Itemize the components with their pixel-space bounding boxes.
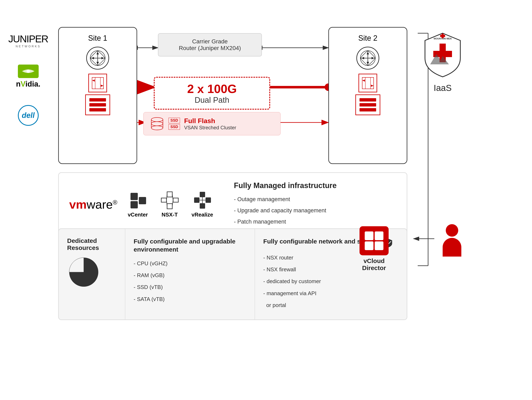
switch-symbol	[91, 76, 105, 90]
vrealize-label: vRealize	[191, 211, 213, 218]
env-item-ssd: - SSD (vTB)	[134, 281, 246, 293]
managed-item-3: - Patch management	[234, 216, 396, 227]
nvidia-text: nVidia.	[16, 80, 40, 88]
configurable-env-title: Fully configurable and upgradable enviro…	[134, 237, 246, 253]
svg-rect-55	[167, 192, 172, 197]
svg-rect-64	[194, 197, 200, 203]
managed-item-2: - Upgrade and capacity management	[234, 205, 396, 216]
vcloud-label-line2: Director	[362, 265, 386, 271]
svg-point-47	[151, 122, 163, 126]
full-flash-box: SSD SSD Full Flash VSAN Streched Cluster	[143, 112, 280, 135]
vmware-logo: vmware®	[69, 197, 117, 211]
vcenter-icon	[128, 191, 147, 209]
juniper-logo: JUNIPER NETWORKS	[8, 33, 48, 48]
managed-list: - Outage management - Upgrade and capaci…	[234, 194, 396, 227]
svg-rect-65	[206, 197, 211, 203]
net-item-portal: or portal	[263, 299, 398, 311]
site2-server-icon	[355, 94, 380, 115]
svg-rect-57	[173, 198, 178, 202]
managed-info: Fully Managed infrastructure - Outage ma…	[234, 181, 396, 227]
svg-marker-28	[101, 57, 104, 59]
site2-switch-symbol	[361, 76, 375, 90]
site2-box: Site 2	[328, 27, 407, 164]
svg-rect-53	[139, 197, 146, 204]
dual-path-box: 2 x 100G Dual Path	[154, 77, 270, 110]
site2-switch-icon	[359, 74, 377, 92]
pie-chart	[67, 256, 100, 289]
configurable-env-list: - CPU (vGHZ) - RAM (vGB) - SSD (vTB) - S…	[134, 258, 246, 305]
svg-rect-56	[167, 204, 172, 209]
database-icon	[150, 117, 164, 131]
configurable-env-panel: Fully configurable and upgradable enviro…	[125, 229, 255, 320]
site1-server-icon	[85, 94, 110, 115]
svg-marker-40	[372, 57, 374, 59]
net-item-management: - management via API	[263, 288, 398, 299]
vcenter-tool: vCenter	[128, 191, 148, 218]
svg-marker-33	[101, 85, 103, 87]
svg-line-59	[166, 200, 167, 206]
svg-rect-51	[131, 193, 138, 200]
vmware-section: vmware® vCenter	[58, 172, 407, 236]
vsan-sublabel: VSAN Streched Cluster	[184, 125, 236, 130]
ssd1-label: SSD	[169, 118, 180, 123]
net-item-dedicated: - dedicated by customer	[263, 276, 398, 287]
svg-marker-37	[367, 52, 369, 54]
svg-rect-70	[375, 231, 383, 240]
carrier-router-box: Carrier Grade Router (Juniper MX204)	[158, 33, 262, 56]
vsan-icon	[150, 117, 164, 131]
dell-logo: dell	[18, 105, 39, 126]
svg-marker-32	[92, 80, 95, 82]
vcloud-icon	[360, 226, 389, 255]
iaas-label: IaaS	[434, 83, 452, 93]
juniper-text: JUNIPER	[8, 33, 48, 45]
dedicated-resources-panel: Dedicated Resources	[59, 229, 125, 320]
managed-title: Fully Managed infrastructure	[234, 181, 396, 190]
site1-switch-icon	[88, 74, 107, 92]
svg-marker-39	[361, 57, 364, 59]
juniper-networks-text: NETWORKS	[16, 45, 41, 48]
dedicated-resources-title: Dedicated Resources	[67, 237, 117, 251]
site1-router-icon	[86, 47, 109, 69]
env-item-ram: - RAM (vGB)	[134, 270, 246, 281]
svg-marker-38	[367, 62, 369, 64]
svg-marker-25	[96, 52, 99, 54]
person-figure	[443, 224, 461, 257]
vcloud-director: vCloud Director	[360, 226, 389, 271]
router-symbol	[89, 50, 106, 66]
dual-path-label: 2 x 100G	[165, 82, 259, 96]
site1-label: Site 1	[88, 34, 107, 43]
svg-marker-26	[96, 62, 99, 64]
site2-server-bar-1	[360, 98, 376, 102]
env-item-cpu: - CPU (vGHZ)	[134, 258, 246, 270]
person-body	[443, 238, 461, 257]
server-bar-1	[89, 98, 106, 102]
main-diagram: JUNIPER NETWORKS nVidia. dell Site 1	[0, 0, 532, 400]
vcenter-label: vCenter	[128, 211, 148, 218]
nsxt-icon	[160, 191, 179, 209]
vcloud-icon-symbol	[364, 230, 385, 251]
svg-rect-72	[375, 241, 383, 250]
svg-line-61	[172, 200, 173, 206]
svg-point-46	[151, 117, 163, 122]
svg-rect-29	[92, 77, 103, 89]
svg-point-21	[27, 69, 30, 73]
site2-server-bar-3	[360, 108, 376, 111]
bottom-section: Dedicated Resources Fully configurable a…	[58, 228, 407, 320]
nvidia-eye-icon	[21, 67, 36, 76]
dell-text: dell	[22, 111, 35, 120]
carrier-subtitle: Router (Juniper MX204)	[167, 45, 253, 51]
svg-rect-69	[365, 231, 374, 240]
nvidia-logo: nVidia.	[16, 65, 40, 88]
vrealize-tool: vRealize	[191, 191, 213, 218]
vcloud-label-line1: vCloud	[362, 257, 386, 265]
left-logos-panel: JUNIPER NETWORKS nVidia. dell	[8, 33, 48, 126]
svg-rect-77	[440, 35, 445, 37]
svg-rect-71	[365, 241, 374, 250]
full-flash-label: Full Flash	[184, 117, 215, 124]
vmware-tools: vCenter NSX-T	[128, 191, 213, 218]
vcloud-label: vCloud Director	[362, 257, 386, 271]
right-panel: MOUNTAIN MEN IaaS	[422, 31, 463, 93]
vrealize-icon	[193, 191, 212, 209]
site2-server-bar-2	[360, 103, 376, 106]
server-bar-2	[89, 103, 106, 106]
